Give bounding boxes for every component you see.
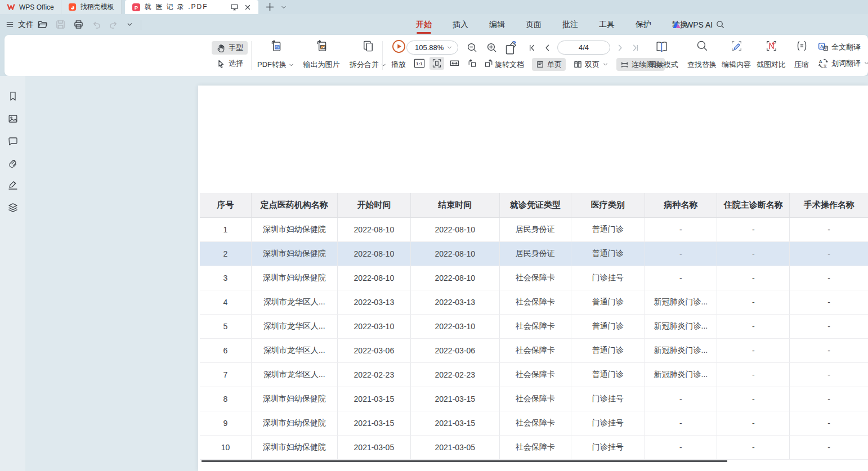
bookmark-icon[interactable]	[7, 91, 19, 102]
print-icon[interactable]	[73, 19, 84, 30]
pdf-page[interactable]: 序号定点医药机构名称开始时间结束时间就诊凭证类型医疗类别病种名称住院主诊断名称手…	[198, 86, 868, 471]
screenshot-compare-button[interactable]: 截图对比	[750, 39, 793, 73]
select-tool-button[interactable]: 选择	[212, 57, 248, 70]
layers-icon[interactable]	[7, 202, 19, 213]
menu-protect[interactable]: 保护	[634, 15, 652, 35]
zoom-level-combobox[interactable]: 105.88%	[406, 41, 458, 55]
column-header: 医疗类别	[571, 193, 645, 217]
zoom-out-icon[interactable]	[466, 42, 478, 53]
read-mode-icon[interactable]	[654, 39, 669, 55]
zoom-in-icon[interactable]	[486, 42, 498, 53]
single-page-button[interactable]: 单页	[532, 58, 566, 71]
read-mode-button[interactable]: 阅读模式	[645, 58, 682, 71]
ribbon-toolbar: 手型 选择 W PDF转换 输出为图片 拆分合并 播放 105.88% 1:1	[5, 35, 868, 76]
table-row: 10深圳市妇幼保健院2021-03-052021-03-05社会保障卡门诊挂号-…	[200, 435, 868, 459]
table-cell: 7	[200, 362, 251, 387]
hand-tool-button[interactable]: 手型	[212, 41, 248, 55]
menu-tools[interactable]: 工具	[598, 15, 616, 35]
word-translate-button[interactable]: A文 划词翻译	[818, 58, 868, 69]
pdf-convert-button[interactable]: W PDF转换	[254, 39, 298, 73]
wps-ai-button[interactable]: WPS AI	[672, 14, 713, 35]
svg-text:1:1: 1:1	[416, 61, 423, 66]
comment-icon[interactable]	[7, 136, 19, 147]
table-cell: -	[717, 411, 790, 435]
table-row: 6深圳市龙华区人...2022-03-062022-03-06社会保障卡普通门诊…	[200, 338, 868, 362]
rotate-document-button[interactable]: 旋转文档	[491, 58, 528, 71]
table-cell: 社会保障卡	[499, 314, 571, 338]
table-cell: 深圳市妇幼保健院	[251, 387, 337, 411]
single-page-icon	[536, 60, 544, 69]
page-number-input[interactable]: 4/4	[557, 41, 610, 55]
table-cell: 社会保障卡	[499, 290, 571, 314]
tab-label: 找稻壳模板	[80, 2, 114, 12]
menu-edit[interactable]: 编辑	[488, 15, 506, 35]
menu-home[interactable]: 开始	[415, 15, 433, 35]
table-cell: 普通门诊	[571, 290, 645, 314]
find-replace-icon	[695, 39, 709, 53]
table-cell: 3	[200, 266, 251, 290]
split-merge-button[interactable]: 拆分合并	[345, 39, 391, 73]
rotate-document-label: 旋转文档	[495, 60, 524, 70]
tab-docer-templates[interactable]: 找稻壳模板	[61, 0, 122, 14]
table-cell: 2022-08-10	[337, 217, 411, 241]
left-panel-bar	[0, 76, 25, 471]
save-icon[interactable]	[55, 19, 66, 30]
file-menu-button[interactable]: 文件	[6, 14, 34, 35]
previous-page-icon[interactable]	[542, 42, 553, 53]
column-header: 病种名称	[645, 193, 717, 217]
first-page-icon[interactable]	[527, 42, 538, 53]
table-cell: 2022-02-23	[411, 362, 499, 387]
export-image-button[interactable]: 输出为图片	[298, 39, 345, 73]
document-viewport[interactable]: 序号定点医药机构名称开始时间结束时间就诊凭证类型医疗类别病种名称住院主诊断名称手…	[0, 76, 868, 471]
wps-logo-icon	[7, 3, 15, 11]
menu-page[interactable]: 页面	[525, 15, 543, 35]
next-page-icon[interactable]	[615, 42, 625, 53]
tab-wps-office[interactable]: WPS Office	[0, 0, 61, 14]
attachment-icon[interactable]	[7, 158, 19, 169]
undo-icon[interactable]	[91, 20, 101, 30]
read-mode-label: 阅读模式	[649, 60, 678, 70]
select-tool-label: 选择	[229, 59, 243, 69]
table-cell: -	[645, 266, 717, 290]
tab-document-pdf[interactable]: P 就 医 记 录 .PDF	[125, 0, 258, 14]
search-icon[interactable]	[715, 20, 725, 29]
screenshot-compare-label: 截图对比	[757, 60, 786, 70]
rotate-left-button[interactable]	[464, 57, 479, 70]
table-cell: 2022-08-10	[411, 241, 499, 266]
table-cell: 深圳市龙华区人...	[251, 362, 337, 387]
tab-list-chevron-icon[interactable]	[280, 4, 287, 11]
table-row: 2深圳市妇幼保健院2022-08-102022-08-10居民身份证普通门诊--…	[200, 241, 868, 266]
last-page-icon[interactable]	[630, 42, 641, 53]
chevron-down-icon[interactable]	[126, 21, 133, 28]
svg-text:文: 文	[823, 64, 827, 69]
menu-insert[interactable]: 插入	[451, 15, 469, 35]
fit-width-button[interactable]	[447, 57, 462, 70]
chevron-down-icon	[602, 61, 609, 68]
table-header-row: 序号定点医药机构名称开始时间结束时间就诊凭证类型医疗类别病种名称住院主诊断名称手…	[200, 193, 868, 217]
table-cell: -	[717, 241, 790, 266]
redo-icon[interactable]	[109, 20, 119, 30]
signature-icon[interactable]	[7, 180, 19, 191]
table-cell: 6	[200, 338, 251, 362]
table-row: 8深圳市妇幼保健院2021-03-152021-03-15社会保障卡门诊挂号--…	[200, 387, 868, 411]
table-cell: 2022-08-10	[337, 266, 411, 290]
rotate-document-icon[interactable]	[502, 39, 519, 56]
close-icon[interactable]	[244, 3, 252, 11]
full-translate-button[interactable]: A字 全文翻译	[818, 42, 868, 52]
menu-comment[interactable]: 批注	[561, 15, 579, 35]
pdf-convert-label: PDF转换	[257, 60, 287, 70]
monitor-icon[interactable]	[230, 3, 239, 11]
actual-size-button[interactable]: 1:1	[412, 57, 427, 70]
compress-button[interactable]: 压缩	[788, 39, 816, 73]
fit-page-button[interactable]	[429, 57, 444, 70]
svg-text:字: 字	[824, 47, 827, 50]
thumbnail-icon[interactable]	[7, 113, 19, 124]
table-cell: 居民身份证	[499, 217, 571, 241]
table-cell: 深圳市妇幼保健院	[251, 217, 337, 241]
open-folder-icon[interactable]	[37, 19, 48, 30]
table-row: 3深圳市妇幼保健院2022-08-102022-08-10社会保障卡门诊挂号--…	[200, 266, 868, 290]
tab-label: WPS Office	[19, 3, 54, 11]
new-tab-plus-icon[interactable]	[265, 2, 275, 12]
table-cell: 社会保障卡	[499, 411, 571, 435]
double-page-button[interactable]: 双页	[570, 58, 612, 71]
